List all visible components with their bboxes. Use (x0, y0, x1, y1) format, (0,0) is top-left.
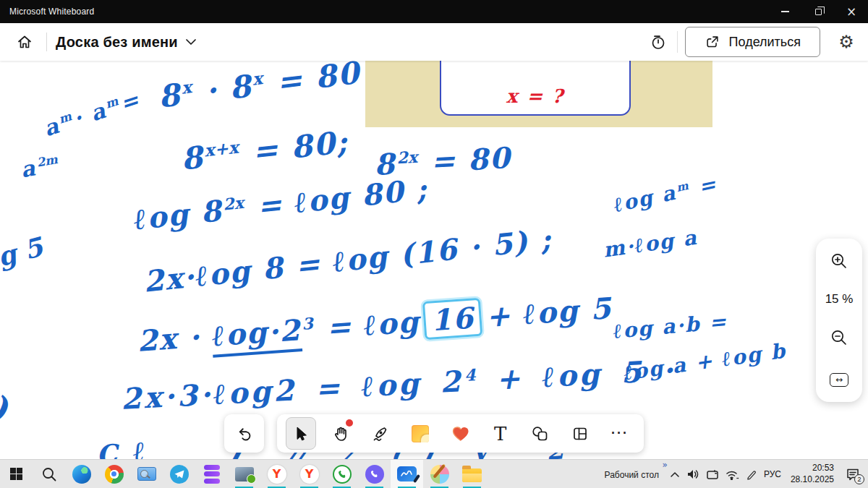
pen-icon (746, 468, 757, 480)
divider (46, 33, 47, 51)
close-icon: × (846, 6, 856, 18)
taskbar-remote-desktop[interactable] (228, 460, 260, 488)
sticky-note-button[interactable] (405, 417, 435, 450)
templates-button[interactable] (565, 417, 595, 450)
clock-date: 28.10.2025 (791, 474, 834, 486)
whiteboard-app-window: Microsoft Whiteboard × Доска без имени (0, 0, 868, 488)
taskbar-file-explorer[interactable] (456, 460, 488, 488)
volume-button[interactable] (686, 468, 699, 480)
ink-equation-4: 2x·ℓog 8 = ℓog (16 · 5) ; (142, 222, 554, 299)
question-text: x = ? (441, 85, 629, 107)
ink-fragment: C (95, 438, 119, 459)
viber-icon (365, 465, 384, 484)
ink-pen-button[interactable] (365, 417, 396, 450)
fit-width-button[interactable]: ↔ (828, 369, 850, 390)
yandex-icon: Y (268, 465, 286, 484)
taskbar-telegram[interactable] (163, 460, 195, 488)
taskbar-whiteboard[interactable] (391, 460, 423, 488)
zoom-in-icon (830, 252, 848, 270)
purple-app-icon (204, 465, 220, 484)
network-button[interactable] (726, 469, 739, 480)
start-button[interactable] (0, 460, 33, 488)
window-titlebar: Microsoft Whiteboard × (0, 0, 868, 23)
desktop-toolbar[interactable]: Рабочий стол » (605, 468, 659, 481)
toolbar-overflow-icon: » (663, 460, 668, 470)
minimize-icon (781, 11, 789, 12)
tools-toolbar: T ··· (277, 414, 644, 453)
app-header: Доска без имени Поделиться ⚙ (0, 23, 868, 61)
reactions-button[interactable] (446, 417, 476, 450)
select-tool-button[interactable] (286, 417, 316, 450)
desktop-toolbar-label: Рабочий стол (605, 470, 659, 480)
yandex-icon: Y (300, 465, 319, 484)
windows-taskbar: Y Y Рабочий стол (0, 459, 868, 488)
undo-icon (235, 424, 254, 443)
minimize-button[interactable] (768, 0, 801, 23)
ink-fragment: ℓ (132, 435, 145, 459)
shapes-tool-button[interactable] (525, 417, 556, 450)
zoom-out-button[interactable] (828, 327, 850, 348)
taskbar-paint[interactable] (423, 460, 456, 488)
zoom-in-button[interactable] (828, 250, 850, 272)
ink-rule-log-product-result: ℓog a + ℓog b (622, 338, 788, 385)
taskbar-search-button[interactable] (33, 460, 65, 488)
shapes-icon (531, 424, 550, 443)
chevron-down-icon[interactable] (185, 38, 197, 46)
templates-icon (571, 425, 589, 442)
taskbar-chrome[interactable] (98, 460, 130, 488)
clock-time: 20:53 (791, 463, 834, 474)
ink-fragment: ) (0, 388, 11, 429)
windows-logo-icon (10, 468, 23, 481)
hand-icon (332, 425, 349, 442)
whatsapp-icon (333, 465, 352, 484)
taskbar-yandex-browser-2[interactable]: Y (293, 460, 326, 488)
pen-workspace-button[interactable] (746, 468, 757, 480)
folder-icon (462, 468, 482, 482)
taskbar-loop-app[interactable] (195, 460, 228, 488)
home-button[interactable] (12, 29, 38, 55)
share-icon (705, 34, 720, 50)
board-title[interactable]: Доска без имени (56, 34, 178, 51)
taskbar-whatsapp[interactable] (326, 460, 358, 488)
ink-rule-log-power-result: m·ℓog a (602, 226, 699, 262)
language-indicator[interactable]: РУС (764, 469, 781, 479)
restore-button[interactable] (801, 0, 835, 23)
zoom-panel: 15 % ↔ (816, 239, 862, 402)
pan-tool-button[interactable] (326, 417, 356, 450)
pen-icon (371, 424, 390, 443)
show-hidden-icons-button[interactable] (670, 471, 680, 478)
home-icon (16, 33, 33, 51)
ink-rule-product-powers-result: a2m (19, 151, 62, 183)
whiteboard-canvas[interactable]: x = ? am· am= a2m 8x · 8x = 80 8x+x = 80… (0, 61, 868, 459)
text-tool-button[interactable]: T (485, 417, 516, 450)
divider (677, 31, 678, 53)
undo-button[interactable] (224, 414, 264, 453)
sticky-note-icon (412, 425, 429, 442)
gear-icon: ⚙ (838, 32, 854, 52)
text-tool-icon: T (494, 423, 506, 445)
edge-icon (72, 465, 91, 484)
chevron-up-icon (670, 471, 680, 478)
restore-icon (815, 9, 822, 15)
zoom-out-icon (830, 328, 848, 347)
paint-icon (430, 465, 449, 484)
tablet-mode-button[interactable] (706, 469, 719, 480)
wifi-icon (726, 469, 739, 480)
timer-button[interactable] (644, 27, 673, 56)
sticky-note[interactable]: x = ? (365, 61, 712, 127)
taskbar-edge[interactable] (65, 460, 98, 488)
notification-center-button[interactable]: 2 (843, 465, 862, 484)
taskbar-clock[interactable]: 20:53 28.10.2025 (791, 463, 834, 485)
more-options-button[interactable]: ··· (605, 417, 635, 450)
taskbar-snip-tool[interactable] (130, 460, 163, 488)
close-button[interactable]: × (835, 0, 868, 23)
share-button[interactable]: Поделиться (685, 27, 820, 57)
taskbar-yandex-browser[interactable]: Y (260, 460, 293, 488)
taskbar-viber[interactable] (358, 460, 391, 488)
timer-icon (650, 33, 667, 51)
heart-icon (451, 425, 470, 442)
ink-rule-log-product: ℓog a·b = (612, 309, 728, 343)
speaker-icon (686, 468, 699, 480)
settings-button[interactable]: ⚙ (830, 26, 862, 58)
notification-count-badge: 2 (854, 474, 864, 484)
